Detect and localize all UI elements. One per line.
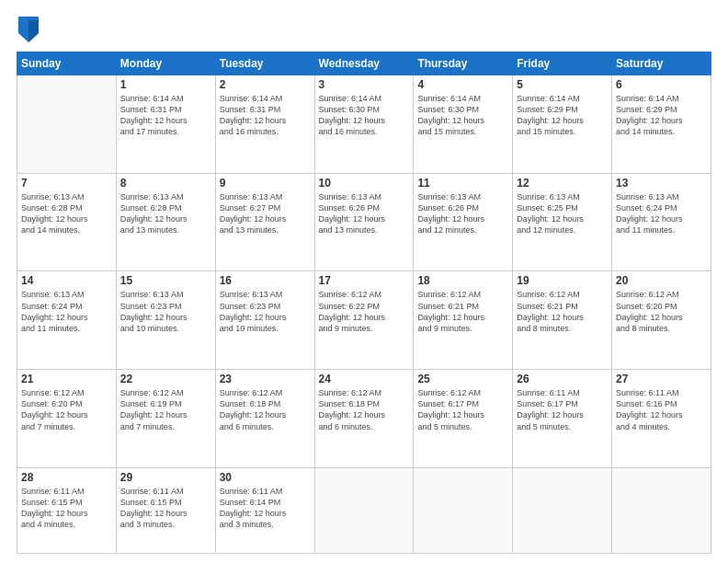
day-info: Sunrise: 6:12 AM Sunset: 6:17 PM Dayligh… [417,387,508,432]
day-number: 5 [517,78,608,91]
day-info: Sunrise: 6:13 AM Sunset: 6:27 PM Dayligh… [220,191,311,236]
day-number: 29 [120,471,211,484]
page: SundayMondayTuesdayWednesdayThursdayFrid… [0,0,728,563]
calendar-week-row: 14Sunrise: 6:13 AM Sunset: 6:24 PM Dayli… [17,271,711,370]
day-info: Sunrise: 6:13 AM Sunset: 6:28 PM Dayligh… [120,191,211,236]
calendar-cell: 16Sunrise: 6:13 AM Sunset: 6:23 PM Dayli… [215,271,314,370]
calendar-cell: 12Sunrise: 6:13 AM Sunset: 6:25 PM Dayli… [513,173,612,271]
day-number: 24 [319,373,410,385]
calendar: SundayMondayTuesdayWednesdayThursdayFrid… [17,52,711,554]
day-number: 4 [417,78,508,91]
day-number: 3 [319,78,410,91]
day-info: Sunrise: 6:11 AM Sunset: 6:14 PM Dayligh… [220,486,311,531]
svg-marker-1 [28,20,39,42]
day-info: Sunrise: 6:12 AM Sunset: 6:19 PM Dayligh… [120,387,211,432]
day-number: 23 [220,373,311,385]
calendar-cell [612,467,711,553]
day-info: Sunrise: 6:12 AM Sunset: 6:21 PM Dayligh… [517,289,608,334]
calendar-cell: 6Sunrise: 6:14 AM Sunset: 6:29 PM Daylig… [612,75,711,174]
day-number: 13 [616,177,707,190]
day-number: 2 [220,78,311,91]
day-number: 11 [417,177,508,190]
day-number: 6 [616,78,707,91]
day-number: 20 [616,274,707,287]
calendar-cell: 30Sunrise: 6:11 AM Sunset: 6:14 PM Dayli… [215,467,314,553]
calendar-cell: 10Sunrise: 6:13 AM Sunset: 6:26 PM Dayli… [314,173,414,271]
calendar-cell: 1Sunrise: 6:14 AM Sunset: 6:31 PM Daylig… [116,75,215,174]
calendar-cell: 26Sunrise: 6:11 AM Sunset: 6:17 PM Dayli… [513,370,612,468]
day-info: Sunrise: 6:11 AM Sunset: 6:16 PM Dayligh… [616,387,707,432]
day-info: Sunrise: 6:12 AM Sunset: 6:20 PM Dayligh… [21,387,112,432]
day-number: 21 [21,373,112,385]
day-number: 14 [21,274,112,287]
day-number: 8 [120,177,211,190]
day-info: Sunrise: 6:12 AM Sunset: 6:18 PM Dayligh… [220,387,311,432]
day-info: Sunrise: 6:11 AM Sunset: 6:17 PM Dayligh… [517,387,608,432]
day-info: Sunrise: 6:12 AM Sunset: 6:20 PM Dayligh… [616,289,707,334]
day-number: 25 [417,373,508,385]
calendar-cell: 25Sunrise: 6:12 AM Sunset: 6:17 PM Dayli… [414,370,513,468]
calendar-header-sunday: Sunday [17,52,117,75]
calendar-cell [314,467,414,553]
calendar-cell [513,467,612,553]
day-number: 26 [517,373,608,385]
calendar-week-row: 28Sunrise: 6:11 AM Sunset: 6:15 PM Dayli… [17,467,711,553]
day-number: 17 [319,274,410,287]
day-number: 18 [417,274,508,287]
calendar-header-saturday: Saturday [612,52,711,75]
day-info: Sunrise: 6:14 AM Sunset: 6:29 PM Dayligh… [616,93,707,138]
day-number: 7 [21,177,112,190]
calendar-cell: 23Sunrise: 6:12 AM Sunset: 6:18 PM Dayli… [215,370,314,468]
calendar-cell: 17Sunrise: 6:12 AM Sunset: 6:22 PM Dayli… [314,271,414,370]
calendar-cell: 29Sunrise: 6:11 AM Sunset: 6:15 PM Dayli… [116,467,215,553]
day-number: 27 [616,373,707,385]
day-info: Sunrise: 6:13 AM Sunset: 6:26 PM Dayligh… [319,191,410,236]
calendar-cell: 24Sunrise: 6:12 AM Sunset: 6:18 PM Dayli… [314,370,414,468]
day-number: 28 [21,471,112,484]
calendar-cell: 28Sunrise: 6:11 AM Sunset: 6:15 PM Dayli… [17,467,117,553]
day-info: Sunrise: 6:11 AM Sunset: 6:15 PM Dayligh… [21,486,112,531]
day-number: 15 [120,274,211,287]
day-info: Sunrise: 6:11 AM Sunset: 6:15 PM Dayligh… [120,486,211,531]
calendar-week-row: 1Sunrise: 6:14 AM Sunset: 6:31 PM Daylig… [17,75,711,174]
calendar-cell [17,75,117,174]
day-info: Sunrise: 6:12 AM Sunset: 6:21 PM Dayligh… [417,289,508,334]
logo [17,17,42,42]
day-info: Sunrise: 6:13 AM Sunset: 6:28 PM Dayligh… [21,191,112,236]
day-number: 19 [517,274,608,287]
calendar-cell: 7Sunrise: 6:13 AM Sunset: 6:28 PM Daylig… [17,173,117,271]
day-info: Sunrise: 6:13 AM Sunset: 6:26 PM Dayligh… [417,191,508,236]
calendar-cell: 14Sunrise: 6:13 AM Sunset: 6:24 PM Dayli… [17,271,117,370]
day-number: 30 [220,471,311,484]
calendar-cell: 20Sunrise: 6:12 AM Sunset: 6:20 PM Dayli… [612,271,711,370]
calendar-cell: 18Sunrise: 6:12 AM Sunset: 6:21 PM Dayli… [414,271,513,370]
calendar-header-wednesday: Wednesday [314,52,414,75]
day-info: Sunrise: 6:13 AM Sunset: 6:24 PM Dayligh… [616,191,707,236]
calendar-cell: 11Sunrise: 6:13 AM Sunset: 6:26 PM Dayli… [414,173,513,271]
day-number: 22 [120,373,211,385]
day-number: 12 [517,177,608,190]
day-info: Sunrise: 6:13 AM Sunset: 6:24 PM Dayligh… [21,289,112,334]
calendar-cell: 5Sunrise: 6:14 AM Sunset: 6:29 PM Daylig… [513,75,612,174]
day-info: Sunrise: 6:14 AM Sunset: 6:31 PM Dayligh… [220,93,311,138]
logo-icon [18,17,39,42]
header [17,17,711,42]
calendar-week-row: 21Sunrise: 6:12 AM Sunset: 6:20 PM Dayli… [17,370,711,468]
day-info: Sunrise: 6:13 AM Sunset: 6:25 PM Dayligh… [517,191,608,236]
calendar-cell: 21Sunrise: 6:12 AM Sunset: 6:20 PM Dayli… [17,370,117,468]
calendar-cell: 2Sunrise: 6:14 AM Sunset: 6:31 PM Daylig… [215,75,314,174]
day-info: Sunrise: 6:14 AM Sunset: 6:30 PM Dayligh… [417,93,508,138]
day-info: Sunrise: 6:12 AM Sunset: 6:22 PM Dayligh… [319,289,410,334]
calendar-header-friday: Friday [513,52,612,75]
calendar-cell: 19Sunrise: 6:12 AM Sunset: 6:21 PM Dayli… [513,271,612,370]
day-number: 16 [220,274,311,287]
day-info: Sunrise: 6:12 AM Sunset: 6:18 PM Dayligh… [319,387,410,432]
calendar-cell: 4Sunrise: 6:14 AM Sunset: 6:30 PM Daylig… [414,75,513,174]
calendar-header-thursday: Thursday [414,52,513,75]
calendar-cell: 15Sunrise: 6:13 AM Sunset: 6:23 PM Dayli… [116,271,215,370]
day-number: 10 [319,177,410,190]
calendar-cell: 27Sunrise: 6:11 AM Sunset: 6:16 PM Dayli… [612,370,711,468]
calendar-header-row: SundayMondayTuesdayWednesdayThursdayFrid… [17,52,711,75]
day-info: Sunrise: 6:13 AM Sunset: 6:23 PM Dayligh… [220,289,311,334]
calendar-header-monday: Monday [116,52,215,75]
